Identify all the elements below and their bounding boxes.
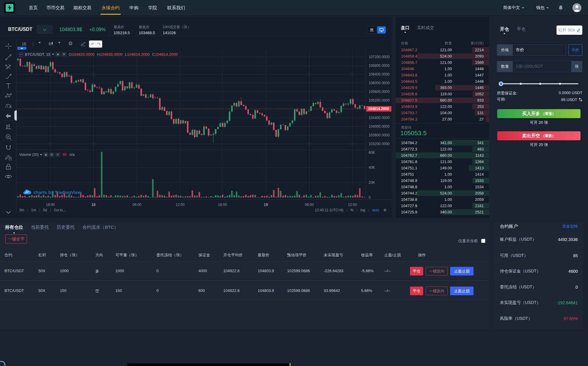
- nav-item-2[interactable]: 期权交易: [73, 0, 91, 16]
- range-1m[interactable]: 1m: [31, 208, 36, 212]
- notification-bell-icon[interactable]: [558, 0, 563, 16]
- volume-eye-icon[interactable]: ◉: [43, 153, 48, 157]
- pair-selector[interactable]: [37, 25, 52, 34]
- nav-item-6[interactable]: 联系我们: [167, 0, 185, 16]
- percent-scale-button[interactable]: %: [350, 208, 354, 212]
- ask-row[interactable]: 104826.8 119.00 1052: [396, 91, 489, 97]
- brush-icon[interactable]: [4, 72, 13, 81]
- magnet-icon[interactable]: [4, 144, 13, 152]
- toolbar-collapse-handle[interactable]: [14, 110, 17, 121]
- screen-mode-button[interactable]: [377, 26, 386, 34]
- theme-dark-button[interactable]: 黑: [367, 26, 376, 34]
- measure-icon[interactable]: [4, 123, 13, 131]
- leverage-button[interactable]: 杠杆 50X: [557, 25, 582, 35]
- close-all-button[interactable]: 一键全平: [5, 234, 27, 244]
- log-scale-button[interactable]: log: [361, 208, 365, 212]
- ask-row[interactable]: 104846 1.00 1448: [396, 66, 489, 72]
- chat-widget-icon[interactable]: [0, 361, 5, 366]
- only-current-checkbox[interactable]: [481, 239, 485, 243]
- xabcd-icon[interactable]: [4, 91, 13, 100]
- legend-eye-icon[interactable]: ◉: [55, 52, 60, 56]
- bid-row[interactable]: 104725.9 340.00 2521: [396, 209, 489, 215]
- lock-icon[interactable]: [4, 163, 13, 171]
- ask-row[interactable]: 104807.5 680.00 933: [396, 97, 489, 103]
- indicators-icon[interactable]: [80, 41, 86, 47]
- gear-icon[interactable]: ⚙: [67, 40, 74, 47]
- market-price-button[interactable]: 市价: [569, 44, 582, 56]
- forecast-icon[interactable]: [4, 101, 13, 109]
- nav-item-5[interactable]: 学院: [148, 0, 157, 16]
- volume-gear-icon[interactable]: ⚙: [49, 153, 54, 157]
- interval-caret-icon[interactable]: [37, 42, 41, 43]
- ask-row[interactable]: 104858.4 524.00 2093: [396, 53, 489, 59]
- ask-row[interactable]: 104856.7 121.00 1569: [396, 59, 489, 66]
- bid-row[interactable]: 104761.8 121.00 1264: [396, 159, 489, 165]
- candle-style-icon[interactable]: [48, 41, 54, 47]
- trade-tab-0[interactable]: 开仓: [500, 26, 509, 32]
- nav-item-0[interactable]: 首页: [29, 0, 38, 16]
- ask-row[interactable]: 104867.2 121.00 2214: [396, 47, 489, 53]
- bid-row[interactable]: 104748.8 1.00 1534: [396, 184, 489, 190]
- reverse-position-button[interactable]: 一键反向: [426, 287, 448, 295]
- pitchfork-icon[interactable]: [4, 63, 13, 71]
- pencil-lock-icon[interactable]: [4, 153, 13, 162]
- ask-row[interactable]: 104793.7 104.00 131: [396, 110, 489, 116]
- legend-gear-icon[interactable]: ⚙: [61, 52, 66, 56]
- trade-tab-1[interactable]: 平仓: [517, 26, 526, 32]
- bid-row[interactable]: 104772.3 122.00 463: [396, 146, 489, 152]
- arrow-icon[interactable]: [4, 112, 13, 120]
- slider-handle[interactable]: [499, 82, 503, 86]
- orderbook-tab-0[interactable]: 盘口: [401, 25, 409, 31]
- range-3m[interactable]: 3m: [19, 208, 24, 212]
- close-position-button[interactable]: 平仓: [410, 267, 423, 275]
- tp-sl-button[interactable]: 止盈止损: [450, 287, 474, 295]
- brand-logo[interactable]: [4, 2, 15, 13]
- interval-button[interactable]: 15: [20, 41, 28, 47]
- bid-row[interactable]: 104744.2 524.00 2058: [396, 190, 489, 196]
- eye-icon[interactable]: [4, 172, 13, 181]
- interval-menu-icon[interactable]: ⋮: [31, 41, 35, 47]
- positions-tab-0[interactable]: 持有仓位: [5, 225, 23, 230]
- volume-close-icon[interactable]: ✕: [55, 153, 60, 157]
- tp-sl-button[interactable]: 止盈止损: [450, 267, 474, 275]
- orderbook-tab-1[interactable]: 实时成交: [417, 25, 434, 31]
- buy-open-long-button[interactable]: 买入开多（看涨）: [497, 109, 581, 118]
- positions-tab-1[interactable]: 当前委托: [31, 225, 49, 230]
- bid-row[interactable]: 104751.1 149.00 1413: [396, 165, 489, 171]
- quantity-slider[interactable]: [500, 83, 578, 84]
- bid-row[interactable]: 104748.9 119.00 1533: [396, 177, 489, 184]
- transfer-icon[interactable]: [579, 98, 582, 102]
- wallet-menu[interactable]: 钱包: [536, 0, 549, 16]
- bid-row[interactable]: 104751 1.00 1414: [396, 171, 489, 177]
- style-caret-icon[interactable]: [56, 42, 61, 43]
- bid-row[interactable]: 104727.9 122.00 2181: [396, 203, 489, 209]
- auto-scale-button[interactable]: auto: [372, 208, 379, 212]
- axis-gear-icon[interactable]: ⚙: [383, 208, 387, 212]
- bid-row[interactable]: 104762.7 680.00 1143: [396, 152, 489, 159]
- fund-transfer-link[interactable]: 资金划转: [562, 224, 578, 229]
- positions-tab-2[interactable]: 历史委托: [57, 225, 75, 230]
- text-icon[interactable]: [4, 82, 13, 90]
- close-position-button[interactable]: 平仓: [410, 287, 423, 295]
- toolbar-collapse-icon[interactable]: [4, 208, 13, 216]
- sell-open-short-button[interactable]: 卖出开空（看跌）: [497, 131, 581, 140]
- undo-icon[interactable]: ↶: [89, 41, 96, 47]
- legend-symbol[interactable]: BTC/USDT, 15: [25, 52, 50, 57]
- price-input[interactable]: 市价: [513, 45, 566, 55]
- positions-tab-3[interactable]: 合约流水（BTC）: [82, 225, 118, 230]
- ask-row[interactable]: 104843.5 1.00 1446: [396, 78, 489, 85]
- avatar[interactable]: [572, 0, 581, 16]
- ask-row[interactable]: 104829.9 393.00 1445: [396, 85, 489, 91]
- ask-row[interactable]: 104803.9 122.00 253: [396, 103, 489, 110]
- language-selector[interactable]: 简体中文: [503, 0, 524, 16]
- trendline-icon[interactable]: [4, 53, 13, 61]
- ask-row[interactable]: 104784.3 27.00 27: [396, 116, 489, 122]
- crosshair-icon[interactable]: [4, 42, 13, 50]
- bid-row[interactable]: 104784.2 341.00 341: [396, 140, 489, 146]
- reverse-position-button[interactable]: 一键反向: [426, 267, 448, 275]
- goto-button[interactable]: Go to...: [54, 208, 66, 212]
- ask-row[interactable]: 104843.8 1.00 1447: [396, 72, 489, 78]
- nav-item-4[interactable]: 申购: [129, 0, 138, 16]
- redo-icon[interactable]: ↷: [96, 41, 102, 47]
- collapse-pane-icon[interactable]: [19, 52, 23, 56]
